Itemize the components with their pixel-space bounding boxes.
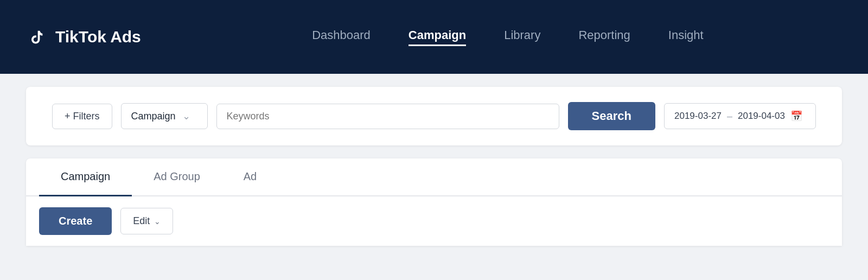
nav-item-reporting[interactable]: Reporting <box>578 28 630 46</box>
edit-label: Edit <box>133 215 150 227</box>
filter-bar: + Filters Campaign ⌄ Search 2019-03-27 –… <box>52 102 816 130</box>
campaign-chevron-icon: ⌄ <box>182 110 190 122</box>
nav-item-campaign[interactable]: Campaign <box>409 28 466 46</box>
brand-logo: TikTok Ads <box>26 25 141 49</box>
search-button[interactable]: Search <box>568 102 655 130</box>
tabs-section: Campaign Ad Group Ad Create Edit ⌄ <box>26 158 842 246</box>
campaign-select-label: Campaign <box>131 111 176 122</box>
tab-ad-group[interactable]: Ad Group <box>132 158 222 196</box>
filter-bar-wrapper: + Filters Campaign ⌄ Search 2019-03-27 –… <box>26 87 842 145</box>
tab-ad[interactable]: Ad <box>222 158 278 196</box>
navbar: TikTok Ads Dashboard Campaign Library Re… <box>0 0 868 74</box>
date-separator: – <box>727 111 732 122</box>
filters-button[interactable]: + Filters <box>52 104 112 129</box>
calendar-icon: 📅 <box>790 110 802 122</box>
tiktok-icon <box>26 25 50 49</box>
tab-campaign[interactable]: Campaign <box>39 158 132 196</box>
nav-item-library[interactable]: Library <box>504 28 540 46</box>
nav-links: Dashboard Campaign Library Reporting Ins… <box>174 28 842 46</box>
tabs-bar: Campaign Ad Group Ad <box>26 158 842 196</box>
create-button[interactable]: Create <box>39 207 112 235</box>
brand-name: TikTok Ads <box>55 28 141 46</box>
date-start: 2019-03-27 <box>674 111 722 122</box>
date-range-picker[interactable]: 2019-03-27 – 2019-04-03 📅 <box>664 103 816 129</box>
action-bar: Create Edit ⌄ <box>26 196 842 246</box>
nav-item-insight[interactable]: Insight <box>668 28 704 46</box>
edit-chevron-icon: ⌄ <box>154 217 161 226</box>
campaign-select[interactable]: Campaign ⌄ <box>121 103 208 129</box>
nav-item-dashboard[interactable]: Dashboard <box>312 28 371 46</box>
date-end: 2019-04-03 <box>738 111 785 122</box>
edit-dropdown[interactable]: Edit ⌄ <box>120 208 173 234</box>
keywords-input[interactable] <box>216 104 559 129</box>
